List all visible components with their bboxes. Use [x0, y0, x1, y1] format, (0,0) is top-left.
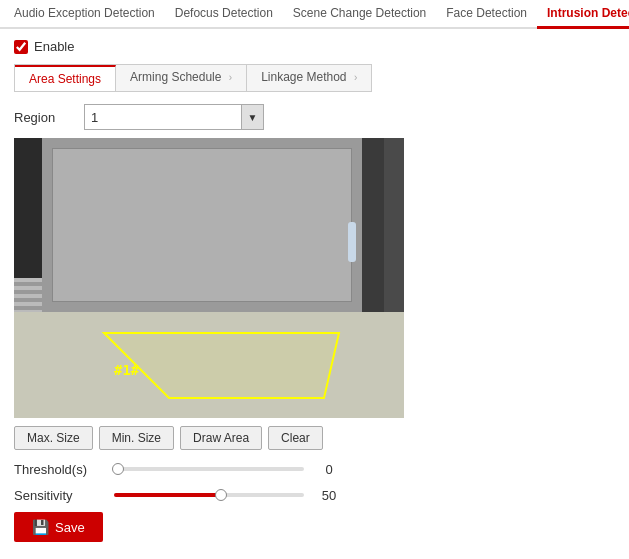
top-tab-bar: Audio Exception Detection Defocus Detect… [0, 0, 629, 29]
save-icon: 💾 [32, 519, 49, 535]
floor-area [14, 312, 404, 418]
sub-tab-bar: Area Settings Arming Schedule › Linkage … [14, 64, 372, 92]
region-label-text: Region [14, 110, 74, 125]
door-panel-inner [52, 148, 352, 302]
threshold-track [114, 467, 304, 471]
tab-linkage-method[interactable]: Linkage Method › [247, 65, 371, 91]
camera-view: #1# [14, 138, 404, 418]
clear-button[interactable]: Clear [268, 426, 323, 450]
tab-arming-schedule[interactable]: Arming Schedule › [116, 65, 247, 91]
region-dropdown-btn[interactable]: ▼ [241, 105, 263, 129]
arming-arrow-icon: › [229, 72, 232, 83]
sensitivity-label: Sensitivity [14, 488, 104, 503]
region-select[interactable]: 1 ▼ [84, 104, 264, 130]
enable-row: Enable [14, 39, 615, 54]
main-content: Enable Area Settings Arming Schedule › L… [0, 29, 629, 552]
sensitivity-track [114, 493, 304, 497]
threshold-row: Threshold(s) 0 [14, 460, 615, 478]
region-row: Region 1 ▼ [14, 104, 615, 130]
sensitivity-value: 50 [314, 488, 344, 503]
linkage-arrow-icon: › [354, 72, 357, 83]
enable-label: Enable [34, 39, 74, 54]
door-handle [348, 222, 356, 262]
draw-area-button[interactable]: Draw Area [180, 426, 262, 450]
max-size-button[interactable]: Max. Size [14, 426, 93, 450]
tab-audio[interactable]: Audio Exception Detection [4, 0, 165, 29]
sensitivity-row: Sensitivity 50 [14, 486, 615, 504]
tab-face[interactable]: Face Detection [436, 0, 537, 29]
threshold-thumb[interactable] [112, 463, 124, 475]
tab-intrusion[interactable]: Intrusion Detection [537, 0, 629, 29]
action-buttons-row: Max. Size Min. Size Draw Area Clear [14, 426, 615, 450]
enable-checkbox[interactable] [14, 40, 28, 54]
sensitivity-thumb[interactable] [215, 489, 227, 501]
region-polygon-label: #1# [114, 362, 139, 378]
region-value: 1 [85, 107, 241, 128]
tab-area-settings[interactable]: Area Settings [15, 65, 116, 91]
threshold-value: 0 [314, 462, 344, 477]
sensitivity-slider[interactable] [114, 486, 304, 504]
min-size-button[interactable]: Min. Size [99, 426, 174, 450]
threshold-label: Threshold(s) [14, 462, 104, 477]
tab-defocus[interactable]: Defocus Detection [165, 0, 283, 29]
tab-scene[interactable]: Scene Change Detection [283, 0, 436, 29]
sensitivity-fill [114, 493, 219, 497]
threshold-slider[interactable] [114, 460, 304, 478]
save-label: Save [55, 520, 85, 535]
save-button[interactable]: 💾 Save [14, 512, 103, 542]
